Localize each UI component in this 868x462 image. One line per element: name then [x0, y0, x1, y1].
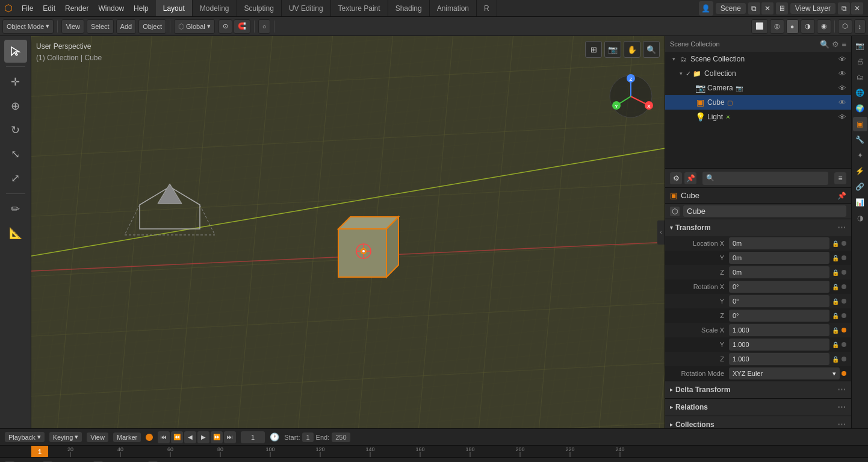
tab-layout[interactable]: Layout: [156, 0, 193, 16]
outliner-filter2-btn[interactable]: ≡: [842, 40, 846, 49]
scale-y-field[interactable]: 1.000: [729, 339, 829, 351]
ruler-ticks[interactable]: 20 40 60 80 100 120 140 160 180 200 220 …: [31, 446, 665, 457]
rotation-z-dot[interactable]: [842, 313, 846, 318]
location-z-dot[interactable]: [842, 270, 846, 275]
light-visibility[interactable]: 👁: [839, 113, 846, 122]
rsb-constraints-icon[interactable]: 🔗: [853, 179, 867, 194]
rsb-render-icon[interactable]: 📷: [853, 39, 867, 53]
prop-relations-header[interactable]: ▸ Relations ⋯: [665, 399, 851, 416]
collections-options[interactable]: ⋯: [837, 420, 846, 428]
start-frame-input[interactable]: 1: [302, 432, 313, 442]
scene-collection-visibility[interactable]: 👁: [839, 55, 846, 64]
relations-options[interactable]: ⋯: [837, 402, 846, 412]
current-frame-input[interactable]: 1: [241, 431, 265, 443]
viewport-grid-btn[interactable]: ⊞: [585, 41, 602, 58]
viewport-wire-btn[interactable]: ◎: [770, 19, 784, 34]
scale-x-lock[interactable]: 🔒: [831, 326, 840, 334]
sidebar-collapse-arrow[interactable]: ‹: [657, 220, 665, 245]
prop-data-name[interactable]: Cube: [683, 205, 846, 217]
menu-window[interactable]: Window: [93, 0, 129, 16]
menu-file[interactable]: File: [17, 0, 38, 16]
tool-select[interactable]: [4, 40, 27, 63]
viewport[interactable]: User Perspective (1) Collection | Cube: [31, 36, 665, 428]
view-layer-del-icon[interactable]: ✕: [851, 2, 863, 14]
prop-pin-btn[interactable]: 📌: [684, 172, 696, 184]
play-btn[interactable]: ▶: [197, 431, 209, 443]
location-z-lock[interactable]: 🔒: [831, 268, 840, 276]
rsb-modifier-icon[interactable]: 🔧: [853, 133, 867, 147]
outliner-filter-btn[interactable]: 🔍: [820, 40, 829, 49]
object-menu[interactable]: Object: [138, 19, 166, 34]
rotation-mode-dropdown[interactable]: XYZ Euler ▾: [729, 367, 840, 379]
location-y-dot[interactable]: [842, 255, 846, 260]
tool-measure[interactable]: 📐: [4, 222, 27, 245]
outliner-cube[interactable]: ▣ Cube ▢ 👁: [665, 95, 851, 110]
tool-move[interactable]: ⊕: [4, 95, 27, 117]
render-engine-icon[interactable]: 🖥: [776, 2, 788, 14]
rsb-world-icon[interactable]: 🌍: [853, 101, 867, 116]
prop-options-icon[interactable]: 📌: [837, 192, 846, 200]
outliner-light[interactable]: 💡 Light ☀ 👁: [665, 110, 851, 124]
view-layer-new-icon[interactable]: ⧉: [838, 2, 850, 14]
prop-search[interactable]: 🔍: [702, 172, 828, 185]
rotation-x-lock[interactable]: 🔒: [831, 283, 840, 291]
scene-icon[interactable]: 👤: [699, 1, 713, 16]
tool-annotate[interactable]: ✏: [4, 198, 27, 220]
jump-end-btn[interactable]: ⏭: [224, 431, 236, 443]
rotation-y-dot[interactable]: [842, 299, 846, 304]
rotation-y-lock[interactable]: 🔒: [831, 297, 840, 305]
timeline-playback-btn[interactable]: Playback ▾: [5, 432, 45, 442]
tool-rotate[interactable]: ↻: [4, 119, 27, 142]
location-y-field[interactable]: 0m: [729, 252, 829, 264]
viewport-solid-btn[interactable]: ●: [786, 19, 799, 34]
tab-sculpting[interactable]: Sculpting: [237, 0, 282, 16]
select-menu[interactable]: Select: [87, 19, 114, 34]
tab-animation[interactable]: Animation: [430, 0, 477, 16]
tool-cursor[interactable]: ✛: [4, 70, 27, 93]
prop-transform-header[interactable]: ▾ Transform ⋯: [665, 219, 851, 236]
location-y-lock[interactable]: 🔒: [831, 254, 840, 262]
proportional-edit-btn[interactable]: ○: [258, 19, 271, 34]
rsb-view-layer-icon[interactable]: 🗂: [853, 70, 867, 84]
transform-options[interactable]: ⋯: [837, 223, 846, 233]
rotation-mode-dot[interactable]: [842, 371, 846, 376]
step-back-btn[interactable]: ⏪: [171, 431, 183, 443]
scene-new-icon[interactable]: ⧉: [748, 2, 760, 14]
object-mode-selector[interactable]: Object Mode ▾: [2, 19, 54, 34]
snap-btn[interactable]: 🧲: [234, 19, 250, 34]
outliner-camera[interactable]: 📷 Camera 📷 👁: [665, 81, 851, 95]
scale-y-lock[interactable]: 🔒: [831, 340, 840, 349]
view-menu[interactable]: View: [61, 19, 84, 34]
add-menu[interactable]: Add: [116, 19, 137, 34]
blender-logo[interactable]: ⬡: [0, 0, 17, 17]
scene-selector[interactable]: Scene: [716, 3, 746, 14]
rotation-y-field[interactable]: 0°: [729, 295, 829, 307]
scale-x-dot[interactable]: [842, 328, 846, 332]
view-layer-selector[interactable]: View Layer: [790, 3, 835, 14]
tool-transform[interactable]: ⤢: [4, 167, 27, 190]
prop-collections-header[interactable]: ▸ Collections ⋯: [665, 416, 851, 428]
scale-z-dot[interactable]: [842, 357, 846, 361]
timeline-marker-btn[interactable]: Marker: [113, 432, 141, 442]
end-frame-input[interactable]: 250: [332, 432, 350, 442]
menu-help[interactable]: Help: [129, 0, 153, 16]
overlay-btn[interactable]: ⬡: [838, 19, 852, 34]
rotation-z-lock[interactable]: 🔒: [831, 311, 840, 320]
delta-options[interactable]: ⋯: [837, 385, 846, 395]
tab-r[interactable]: R: [477, 0, 497, 16]
tab-shading[interactable]: Shading: [388, 0, 430, 16]
tab-uv-editing[interactable]: UV Editing: [282, 0, 331, 16]
timeline-view-btn[interactable]: View: [87, 432, 108, 442]
step-fwd-btn[interactable]: ⏩: [211, 431, 223, 443]
tab-modeling[interactable]: Modeling: [193, 0, 237, 16]
scale-y-dot[interactable]: [842, 342, 846, 347]
prop-filter-btn[interactable]: ≡: [834, 172, 846, 184]
rotation-x-dot[interactable]: [842, 284, 846, 289]
viewport-render-btn[interactable]: ◉: [817, 19, 831, 34]
viewport-hand-btn[interactable]: ✋: [624, 41, 640, 58]
pivot-point-btn[interactable]: ⊙: [219, 19, 232, 34]
tab-texture-paint[interactable]: Texture Paint: [331, 0, 388, 16]
scale-x-field[interactable]: 1.000: [729, 324, 829, 336]
rsb-output-icon[interactable]: 🖨: [853, 54, 867, 69]
prop-data-type-selector[interactable]: ⬡: [670, 207, 680, 216]
